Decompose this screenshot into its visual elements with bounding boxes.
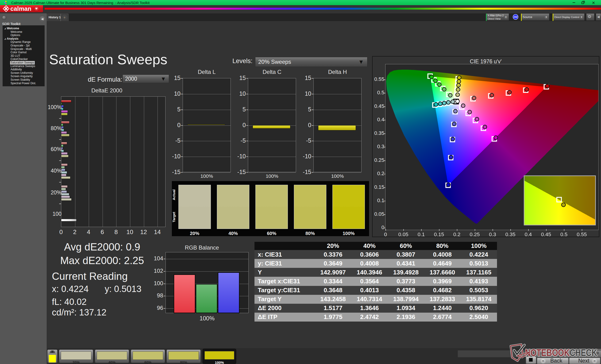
svg-text:calman: calman: [10, 5, 31, 12]
